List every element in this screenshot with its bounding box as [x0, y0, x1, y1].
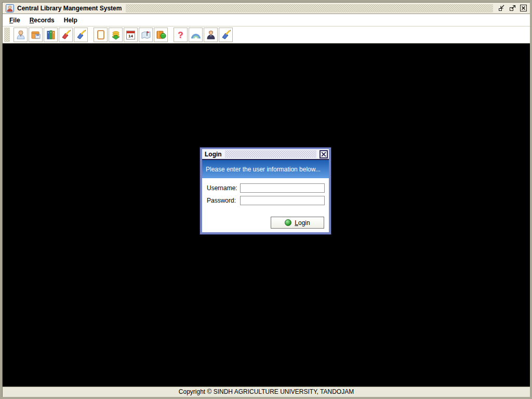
calendar-icon: 14	[126, 31, 135, 39]
statistics-button[interactable]	[189, 28, 203, 42]
book-save-icon	[30, 29, 42, 41]
password-row: Password:	[207, 196, 324, 205]
admin-user-icon	[205, 29, 217, 41]
toolbar-grip[interactable]	[4, 28, 10, 42]
app-icon	[6, 4, 14, 12]
window-title: Central Library Mangement System	[17, 5, 122, 12]
close-icon	[321, 152, 326, 157]
books-icon	[45, 29, 57, 41]
titlebar-texture	[126, 4, 493, 12]
toolbar-separator	[169, 35, 174, 35]
statistics-icon	[190, 29, 202, 41]
blue-brush-button[interactable]	[74, 28, 88, 42]
login-banner: Please enter the user information below.…	[202, 160, 329, 178]
login-dialog-title: Login	[205, 151, 222, 158]
help-icon: ?	[178, 31, 183, 39]
menu-help[interactable]: Help	[59, 15, 82, 25]
username-row: Username:	[207, 183, 324, 193]
login-dialog: Login Please enter the user information …	[200, 147, 331, 235]
help-button[interactable]: ?	[174, 28, 188, 42]
coins-icon	[110, 29, 122, 41]
password-label: Password:	[207, 197, 240, 204]
username-input[interactable]	[240, 183, 325, 193]
map-flag-button[interactable]	[139, 28, 153, 42]
blue-brush-button-2[interactable]	[219, 28, 233, 42]
iconify-button[interactable]	[497, 4, 506, 12]
toolbar-separator	[89, 35, 94, 35]
application-window: Central Library Mangement System	[0, 0, 532, 399]
menu-file[interactable]: File	[5, 15, 25, 25]
login-form: Username: Password: Login	[202, 178, 329, 232]
close-button[interactable]	[519, 4, 528, 12]
copyright-text: Copyright © SINDH AGRICULTURE UNIVERSITY…	[179, 388, 354, 395]
book-globe-icon	[155, 29, 167, 41]
login-button-row: Login	[207, 217, 324, 229]
calendar-button[interactable]: 14	[124, 28, 138, 42]
member-button[interactable]	[14, 28, 28, 42]
password-input[interactable]	[240, 196, 325, 205]
login-banner-text: Please enter the user information below.…	[206, 166, 321, 173]
blue-brush-icon	[75, 29, 87, 41]
status-bar: Copyright © SINDH AGRICULTURE UNIVERSITY…	[3, 387, 530, 397]
red-brush-button[interactable]	[59, 28, 73, 42]
username-label: Username:	[207, 184, 240, 192]
login-dialog-close-button[interactable]	[320, 150, 328, 158]
maximize-icon	[509, 4, 516, 12]
book-save-button[interactable]	[29, 28, 43, 42]
books-button[interactable]	[44, 28, 58, 42]
map-flag-icon	[140, 29, 152, 41]
menu-bar: File Records Help	[3, 14, 530, 26]
blue-brush-icon	[220, 29, 232, 41]
title-bar: Central Library Mangement System	[3, 3, 530, 14]
login-dialog-titlebar[interactable]: Login	[202, 149, 329, 159]
member-icon	[15, 29, 26, 41]
book-globe-button[interactable]	[154, 28, 168, 42]
login-button[interactable]: Login	[271, 217, 324, 229]
toolbar: 14 ?	[3, 26, 530, 44]
notepad-button[interactable]	[94, 28, 108, 42]
iconify-icon	[498, 4, 506, 12]
red-brush-icon	[60, 29, 72, 41]
login-dialog-titlebar-texture	[225, 150, 316, 158]
green-orb-icon	[285, 219, 291, 226]
notepad-icon	[95, 29, 107, 41]
admin-user-button[interactable]	[204, 28, 218, 42]
menu-records[interactable]: Records	[25, 15, 59, 25]
coins-button[interactable]	[109, 28, 123, 42]
login-button-label: Login	[295, 219, 310, 227]
maximize-button[interactable]	[508, 4, 517, 12]
close-icon	[520, 4, 527, 12]
window-controls	[497, 4, 528, 12]
